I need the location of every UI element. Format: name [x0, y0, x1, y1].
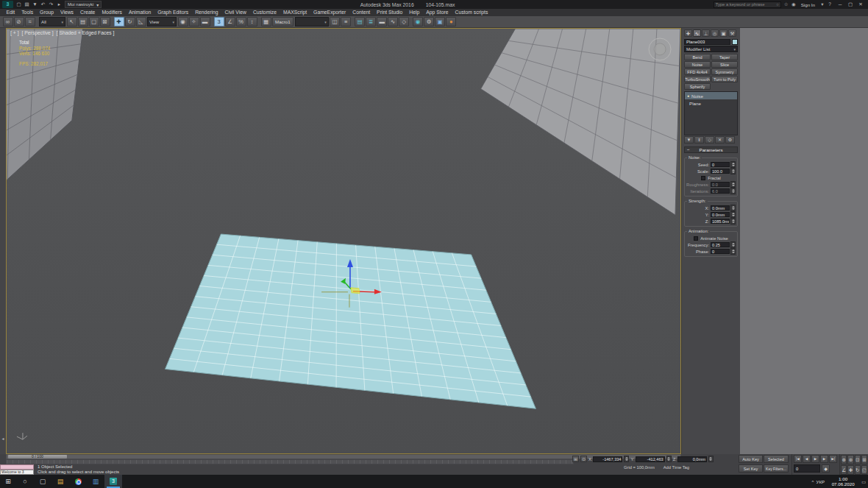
next-frame-button[interactable]: ▶: [820, 455, 828, 463]
sign-in-button[interactable]: Sign In: [799, 2, 817, 7]
toggle-ribbon-icon[interactable]: ▬: [377, 17, 387, 26]
start-button[interactable]: ⊞: [0, 475, 16, 488]
previous-frame-button[interactable]: ◀: [803, 455, 811, 463]
menu-rendering[interactable]: Rendering: [192, 9, 221, 16]
zoom-all-icon[interactable]: ⊛: [847, 455, 853, 464]
parameters-rollout-header[interactable]: − Parameters: [684, 146, 738, 153]
material-editor-icon[interactable]: ◉: [413, 17, 423, 26]
orbit-icon[interactable]: ↻: [855, 465, 861, 475]
pinned-app-icon[interactable]: ▥: [87, 475, 104, 488]
percent-snap-icon[interactable]: %: [236, 17, 246, 26]
tab-hierarchy-icon[interactable]: ⊥: [702, 29, 710, 37]
object-color-swatch[interactable]: [732, 39, 738, 45]
world-axis-y[interactable]: [23, 436, 27, 439]
angle-snap-icon[interactable]: ∠: [225, 17, 235, 26]
edit-named-selections-icon[interactable]: ▦: [261, 17, 271, 26]
bind-to-space-warp-icon[interactable]: ≈: [25, 17, 35, 26]
language-indicator[interactable]: УКР: [816, 479, 825, 484]
strength-y-spinner[interactable]: [730, 211, 736, 218]
select-object-icon[interactable]: ↖: [67, 17, 77, 26]
spinner-snap-icon[interactable]: ↕: [247, 17, 257, 26]
new-scene-icon[interactable]: ▢: [15, 1, 23, 8]
viewport-shading-menu[interactable]: [ Shaded + Edged Faces ]: [57, 30, 115, 35]
macro1-button[interactable]: Macro1: [272, 17, 294, 26]
application-menu-button[interactable]: 3: [2, 1, 13, 8]
rendered-frame-icon[interactable]: ▣: [435, 17, 445, 26]
save-file-icon[interactable]: ▼: [31, 1, 39, 8]
field-of-view-icon[interactable]: ∠: [841, 465, 847, 475]
scale-spinner[interactable]: [730, 168, 736, 174]
strength-x-spinner[interactable]: [730, 205, 736, 211]
align-icon[interactable]: ≡: [341, 17, 351, 26]
select-and-move-icon[interactable]: ✚: [114, 17, 124, 26]
iterations-field[interactable]: 6,0: [711, 188, 730, 194]
modifier-button-slice[interactable]: Slice: [711, 61, 738, 68]
play-animation-button[interactable]: ▶: [811, 455, 819, 463]
viewport-pov-menu[interactable]: [ Perspective ]: [22, 30, 54, 35]
tray-chevron-icon[interactable]: ^: [812, 479, 814, 484]
minimize-button[interactable]: ─: [835, 1, 845, 8]
frequency-spinner[interactable]: [730, 241, 736, 248]
modifier-list-dropdown[interactable]: Modifier List ▾: [684, 46, 738, 52]
show-end-result-button[interactable]: ‖: [694, 136, 704, 144]
workspace-dropdown[interactable]: Moi nastroyki▾: [65, 1, 102, 8]
modifier-button-spherify[interactable]: Spherify: [684, 83, 711, 90]
select-and-rotate-icon[interactable]: ↻: [125, 17, 135, 26]
zoom-extents-icon[interactable]: ⊡: [855, 455, 861, 464]
time-slider-handle[interactable]: 0 / 100: [8, 455, 67, 459]
key-selection-dropdown[interactable]: Selected: [764, 455, 789, 463]
menu-animation[interactable]: Animation: [125, 9, 154, 16]
snaps-toggle-3d-icon[interactable]: 3: [214, 17, 224, 26]
taskbar-search-icon[interactable]: ○: [16, 475, 34, 488]
menu-customize[interactable]: Customize: [249, 9, 280, 16]
viewcube[interactable]: [654, 43, 666, 55]
modifier-button-symmetry[interactable]: Symmetry: [711, 68, 738, 75]
coordinate-y-field[interactable]: -412,463: [636, 456, 665, 462]
menu-create[interactable]: Create: [77, 9, 99, 16]
menu-maxscript[interactable]: MAXScript: [280, 9, 310, 16]
undo-icon[interactable]: ↶: [39, 1, 47, 8]
maxscript-listener-field[interactable]: Welcome to 3: [0, 470, 34, 475]
select-by-name-icon[interactable]: ▤: [78, 17, 88, 26]
maximize-button[interactable]: ▢: [845, 1, 855, 8]
menu-civil-view[interactable]: Civil View: [221, 9, 249, 16]
toggle-layer-explorer-icon[interactable]: ≣: [366, 17, 376, 26]
pan-view-icon[interactable]: ✚: [847, 465, 853, 475]
fetch-icon[interactable]: ▸: [55, 1, 63, 8]
task-view-icon[interactable]: ▢: [34, 475, 51, 488]
pin-stack-button[interactable]: ▼: [684, 136, 694, 144]
keyboard-override-icon[interactable]: ▬: [200, 17, 210, 26]
strength-z-spinner[interactable]: [730, 218, 736, 224]
selection-lock-toggle[interactable]: ⊙: [580, 456, 587, 462]
modifier-button-noise[interactable]: Noise: [684, 61, 711, 68]
menu-edit[interactable]: Edit: [3, 9, 18, 16]
coordinate-z-field[interactable]: 0,0mm: [677, 456, 707, 462]
tab-utilities-icon[interactable]: ⚒: [728, 29, 736, 37]
select-and-scale-icon[interactable]: ◺: [136, 17, 146, 26]
coordinate-y-spinner[interactable]: [666, 456, 672, 462]
coordinate-z-spinner[interactable]: [708, 456, 714, 462]
taskbar-clock[interactable]: 1:00 07.06.2020: [827, 476, 859, 487]
tab-modify-icon[interactable]: ∿: [693, 29, 701, 37]
stack-item-noise[interactable]: ●Noise: [685, 92, 737, 99]
world-axis-x[interactable]: [17, 436, 23, 439]
frequency-field[interactable]: 0,25: [711, 242, 730, 247]
object-name-field[interactable]: Plane003: [684, 39, 730, 45]
menu-views[interactable]: Views: [57, 9, 77, 16]
menu-custom-scripts[interactable]: Custom scripts: [452, 9, 491, 16]
tab-display-icon[interactable]: ▣: [719, 29, 728, 37]
named-selection-sets-dropdown[interactable]: ▾: [295, 17, 329, 26]
sign-in-arrow-icon[interactable]: ▾: [819, 1, 826, 7]
macro-recorder-field[interactable]: [0, 464, 34, 470]
open-file-icon[interactable]: ▤: [23, 1, 31, 8]
unlink-selection-icon[interactable]: ⊘: [14, 17, 24, 26]
gizmo-xy-plane-handle[interactable]: [351, 288, 360, 294]
roughness-field[interactable]: 0,0: [711, 182, 730, 187]
coordinate-x-spinner[interactable]: [624, 456, 629, 462]
viewport-general-menu[interactable]: [ + ]: [10, 30, 19, 35]
mirror-icon[interactable]: ◫: [330, 17, 340, 26]
close-button[interactable]: ✕: [855, 1, 866, 8]
favorites-icon[interactable]: ☆: [783, 1, 790, 7]
menu-group[interactable]: Group: [37, 9, 57, 16]
render-production-icon[interactable]: ●: [446, 17, 456, 26]
